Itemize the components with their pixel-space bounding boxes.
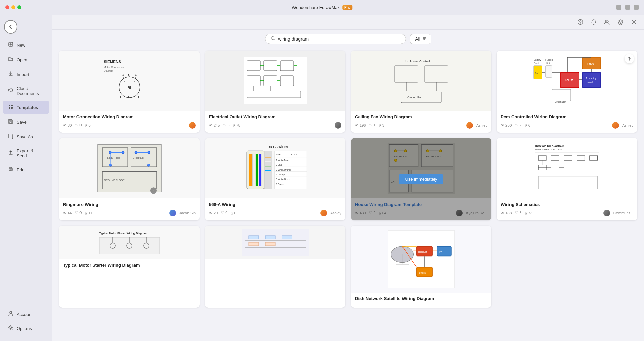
use-immediately-button[interactable]: Use immediately [107, 87, 151, 97]
sidebar-item-print[interactable]: Print [3, 163, 49, 176]
search-box[interactable] [265, 34, 406, 44]
sidebar-item-save-as[interactable]: Save As [3, 130, 49, 144]
filter-button[interactable]: All [410, 34, 431, 44]
search-input[interactable] [278, 36, 400, 42]
use-immediately-button[interactable]: Use immediately [253, 262, 297, 272]
sidebar-account-label: Account [17, 312, 33, 317]
help-icon[interactable] [576, 17, 585, 27]
svg-point-11 [580, 23, 580, 23]
template-card-electrical-outlet[interactable]: Use immediately Electrical Outlet Wiring… [205, 51, 345, 133]
sidebar-item-options[interactable]: Options [3, 322, 49, 335]
sidebar-bottom: Account Options [0, 304, 52, 338]
use-immediately-button[interactable]: Use immediately [253, 87, 297, 97]
use-immediately-button[interactable]: Use immediately [399, 87, 443, 97]
use-immediately-button[interactable]: Use immediately [545, 174, 589, 184]
filter-label: All [415, 36, 420, 42]
svg-point-9 [10, 327, 12, 329]
sidebar-new-label: New [17, 43, 25, 48]
pro-badge: Pro [342, 5, 352, 10]
template-card-ceiling-fan[interactable]: for Power Control Ceiling Fan [351, 51, 491, 133]
sidebar-templates-label: Templates [17, 105, 38, 110]
sidebar-item-new[interactable]: New [3, 38, 49, 52]
template-card-wiring-schematics[interactable]: RCO WIRING DIAGRAM WITH WATER INJECTION [497, 138, 637, 220]
titlebar-left [5, 5, 21, 9]
maximize-button[interactable] [625, 5, 630, 10]
svg-rect-2 [11, 105, 13, 106]
titlebar: Wondershare EdrawMax Pro [0, 0, 644, 15]
window-controls[interactable] [5, 5, 21, 9]
main-content: All SIEMENS Motor Connection Diagram M [52, 15, 644, 341]
search-icon [271, 36, 275, 42]
sidebar-cloud-label: Cloud Documents [17, 86, 44, 96]
use-immediately-button[interactable]: Use immediately [399, 174, 443, 184]
sidebar-item-save[interactable]: Save [3, 115, 49, 129]
svg-rect-1 [9, 105, 10, 106]
sidebar-save-as-label: Save As [17, 134, 33, 139]
bell-icon[interactable] [589, 17, 598, 27]
minimize-dot[interactable] [11, 5, 15, 9]
svg-point-15 [271, 37, 274, 40]
save-as-icon [8, 133, 13, 140]
svg-point-13 [608, 20, 609, 21]
topbar [52, 15, 644, 30]
app-title: Wondershare EdrawMax [292, 5, 340, 10]
scroll-top-button[interactable] [625, 54, 634, 63]
svg-rect-3 [9, 107, 10, 109]
svg-point-14 [633, 21, 635, 23]
template-card-motor-connection[interactable]: SIEMENS Motor Connection Diagram M [59, 51, 200, 133]
template-card-house-wiring[interactable]: BEDROOM 1 BEDROOM 2 BATH DINING/HALL [351, 138, 491, 220]
template-card-typical-motor[interactable]: Typical Motor Starter Wiring Diagram Use… [59, 226, 200, 308]
sidebar-options-label: Options [17, 326, 32, 331]
svg-point-8 [10, 311, 12, 314]
template-card-pcm[interactable]: Battery Feed Batt Fusible Link PCM [497, 51, 637, 133]
maximize-dot[interactable] [17, 5, 21, 9]
account-icon [8, 311, 13, 318]
back-button[interactable] [4, 20, 17, 34]
sidebar-item-open[interactable]: Open [3, 53, 49, 66]
close-button[interactable] [634, 5, 639, 10]
svg-point-12 [606, 20, 607, 22]
template-card-partial2[interactable]: Use immediately [205, 226, 345, 308]
use-immediately-button[interactable]: Use immediately [399, 262, 443, 272]
template-card-ringmore[interactable]: Family Room Breakfast GROUND FLOOR [59, 138, 200, 220]
sidebar-save-label: Save [17, 120, 27, 125]
svg-rect-4 [11, 107, 13, 109]
template-grid: SIEMENS Motor Connection Diagram M [59, 51, 637, 308]
search-bar-wrapper: All [52, 30, 644, 48]
template-card-568a[interactable]: 568-A Wiring [205, 138, 345, 220]
sidebar-item-export[interactable]: Export & Send [3, 145, 49, 162]
sidebar-print-label: Print [17, 167, 26, 172]
use-immediately-button[interactable]: Use immediately [107, 262, 151, 272]
use-immediately-button[interactable]: Use immediately [107, 174, 151, 184]
sidebar-export-label: Export & Send [17, 148, 44, 158]
sidebar-item-import[interactable]: Import [3, 68, 49, 81]
open-icon [8, 56, 13, 63]
template-grid-wrapper: SIEMENS Motor Connection Diagram M [52, 48, 644, 341]
print-icon [8, 166, 13, 173]
options-icon [8, 325, 13, 332]
sidebar-item-cloud[interactable]: Cloud Documents [3, 82, 49, 99]
app-title-area: Wondershare EdrawMax Pro [292, 5, 352, 10]
import-icon [8, 71, 13, 78]
minimize-button[interactable] [616, 5, 621, 10]
export-icon [8, 150, 13, 157]
new-icon [8, 42, 13, 48]
templates-icon [8, 104, 13, 111]
settings-icon[interactable] [629, 17, 639, 27]
card-hover-overlay[interactable]: Use immediately [351, 138, 491, 220]
use-immediately-button[interactable]: Use immediately [253, 174, 297, 184]
window-action-buttons[interactable] [616, 5, 639, 10]
save-icon [8, 119, 13, 125]
sidebar-import-label: Import [17, 72, 29, 77]
users-icon[interactable] [602, 17, 612, 27]
sidebar-item-account[interactable]: Account [3, 307, 49, 321]
sidebar: New Open Import Cloud Documents Template… [0, 15, 52, 341]
cloud-icon [8, 88, 13, 94]
sidebar-item-templates[interactable]: Templates [3, 101, 49, 114]
close-dot[interactable] [5, 5, 9, 9]
use-immediately-button[interactable]: Use immediately [545, 87, 589, 97]
layers-icon[interactable] [616, 17, 625, 27]
sidebar-open-label: Open [17, 57, 28, 62]
template-card-dish-network[interactable]: Receiver TV Switch [351, 226, 491, 308]
